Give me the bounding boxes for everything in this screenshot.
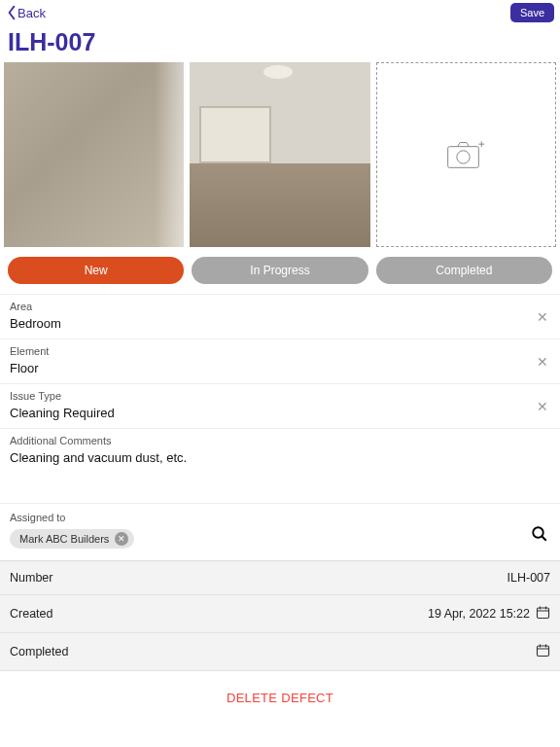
comments-label: Additional Comments <box>10 435 550 446</box>
comments-value: Cleaning and vacuum dust, etc. <box>10 446 550 465</box>
meta-number-row: Number ILH-007 <box>0 561 560 595</box>
add-photo-button[interactable] <box>376 62 556 247</box>
element-clear-icon[interactable]: ✕ <box>537 354 548 370</box>
svg-rect-4 <box>538 646 549 657</box>
issue-clear-icon[interactable]: ✕ <box>537 399 548 414</box>
calendar-icon[interactable] <box>536 643 550 660</box>
camera-plus-icon <box>446 139 485 170</box>
spacer <box>0 477 560 504</box>
assigned-section: Assigned to Mark ABC Builders ✕ <box>0 504 560 561</box>
status-completed-tab[interactable]: Completed <box>376 257 552 284</box>
area-clear-icon[interactable]: ✕ <box>537 309 548 325</box>
defect-photo-2[interactable] <box>190 62 369 247</box>
page-title: ILH-007 <box>0 25 560 62</box>
area-field[interactable]: Area Bedroom ✕ <box>0 295 560 339</box>
created-label: Created <box>10 607 52 621</box>
assignee-name: Mark ABC Builders <box>19 533 109 545</box>
assignee-remove-icon[interactable]: ✕ <box>115 532 128 546</box>
created-value: 19 Apr, 2022 15:22 <box>428 607 530 621</box>
assignee-chip[interactable]: Mark ABC Builders ✕ <box>10 529 134 549</box>
assignee-search-button[interactable] <box>531 525 548 547</box>
meta-completed-row[interactable]: Completed <box>0 633 560 671</box>
element-label: Element <box>10 345 550 357</box>
number-value: ILH-007 <box>508 571 550 585</box>
search-icon <box>531 525 548 543</box>
status-new-tab[interactable]: New <box>8 257 184 284</box>
back-button[interactable]: Back <box>6 5 46 20</box>
area-label: Area <box>10 301 550 312</box>
meta-created-row[interactable]: Created 19 Apr, 2022 15:22 <box>0 595 560 633</box>
back-label: Back <box>18 6 46 20</box>
svg-point-2 <box>533 527 543 538</box>
svg-rect-0 <box>448 147 479 168</box>
issue-label: Issue Type <box>10 390 550 402</box>
calendar-icon[interactable] <box>536 605 550 622</box>
svg-point-1 <box>457 151 470 163</box>
number-label: Number <box>10 571 52 585</box>
status-inprogress-tab[interactable]: In Progress <box>192 257 368 284</box>
issue-field[interactable]: Issue Type Cleaning Required ✕ <box>0 384 560 429</box>
chevron-left-icon <box>6 5 18 20</box>
defect-photo-1[interactable] <box>4 62 184 247</box>
delete-defect-button[interactable]: DELETE DEFECT <box>0 671 560 725</box>
issue-value: Cleaning Required <box>10 402 550 420</box>
svg-rect-3 <box>538 608 549 619</box>
element-field[interactable]: Element Floor ✕ <box>0 339 560 384</box>
completed-label: Completed <box>10 645 68 658</box>
comments-field[interactable]: Additional Comments Cleaning and vacuum … <box>0 429 560 477</box>
photo-strip <box>0 62 560 255</box>
area-value: Bedroom <box>10 312 550 331</box>
assigned-label: Assigned to <box>10 512 550 523</box>
status-tabs: New In Progress Completed <box>0 255 560 295</box>
element-value: Floor <box>10 357 550 375</box>
save-button[interactable]: Save <box>510 3 554 22</box>
